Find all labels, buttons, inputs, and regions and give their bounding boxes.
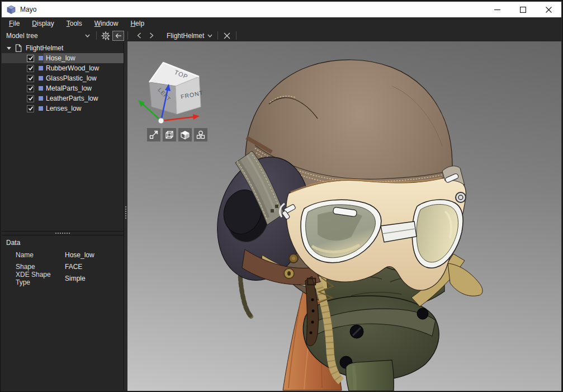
- horizontal-splitter[interactable]: [2, 232, 124, 235]
- wireframe-cube-icon: [164, 130, 174, 140]
- close-window-button[interactable]: [536, 2, 561, 17]
- tree-row-rubberwood-low[interactable]: RubberWood_low: [2, 63, 124, 73]
- hose: [346, 360, 394, 391]
- visibility-checkbox[interactable]: [27, 65, 34, 72]
- tree-row-metalparts-low[interactable]: MetalParts_low: [2, 83, 124, 93]
- visibility-checkbox[interactable]: [27, 75, 34, 82]
- data-row-name: Name Hose_low: [2, 249, 124, 261]
- tree-row-glassplastic-low[interactable]: GlassPlastic_low: [2, 73, 124, 83]
- wireframe-view-button[interactable]: [163, 128, 176, 141]
- collapse-panel-button[interactable]: [112, 31, 124, 41]
- document-icon: [15, 44, 22, 52]
- title-bar: Mayo: [2, 2, 561, 17]
- close-icon: [224, 32, 230, 39]
- origin-dot: [158, 118, 164, 124]
- view-cube-faces[interactable]: TOP LEFT FRONT: [149, 63, 204, 114]
- part-icon: [39, 106, 43, 111]
- menu-help[interactable]: Help: [125, 18, 149, 29]
- tree-options-button[interactable]: [98, 30, 112, 41]
- model-tree: FlightHelmet Hose_low RubberWood_low Gla…: [2, 41, 124, 232]
- window-title: Mayo: [20, 6, 36, 13]
- chevron-down-icon: [85, 34, 90, 37]
- panel-selector-value: Model tree: [6, 32, 82, 40]
- tree-row-hose-low[interactable]: Hose_low: [2, 53, 124, 63]
- visibility-checkbox[interactable]: [27, 95, 34, 102]
- view-cube[interactable]: TOP LEFT FRONT: [138, 58, 227, 128]
- menu-bar: File Display Tools Window Help: [2, 17, 561, 30]
- fit-view-button[interactable]: [147, 128, 160, 141]
- tree-root-row[interactable]: FlightHelmet: [2, 43, 124, 53]
- menu-display[interactable]: Display: [27, 18, 59, 29]
- viewport-buttons: [147, 128, 207, 141]
- mayo-window: Mayo File Display Tools Window Help Mod: [0, 0, 563, 392]
- shaded-view-button[interactable]: [178, 128, 192, 141]
- toolbar-separator: [127, 31, 128, 40]
- data-row-xde-shape-type: XDE Shape Type Simple: [2, 272, 124, 284]
- part-icon: [39, 66, 43, 70]
- tree-row-leatherparts-low[interactable]: LeatherParts_low: [2, 93, 124, 103]
- maximize-button[interactable]: [510, 2, 536, 17]
- main-toolbar: Model tree: [2, 30, 561, 41]
- part-icon: [39, 76, 43, 81]
- fit-view-icon: [149, 130, 159, 140]
- prev-icon: [137, 32, 141, 39]
- chevron-down-icon: [207, 34, 212, 37]
- visibility-checkbox[interactable]: [27, 85, 34, 92]
- toolbar-separator: [217, 31, 218, 40]
- toolbar-separator: [236, 31, 236, 40]
- back-arrow-icon: [115, 33, 122, 39]
- visibility-checkbox[interactable]: [27, 55, 34, 62]
- minimize-button[interactable]: [484, 2, 510, 17]
- close-document-button[interactable]: [220, 30, 234, 41]
- menu-window[interactable]: Window: [89, 18, 124, 29]
- menu-tools[interactable]: Tools: [61, 18, 87, 29]
- app-logo-cube-icon: [7, 5, 16, 14]
- exploded-assembly-icon: [196, 130, 206, 140]
- panel-selector-combo[interactable]: Model tree: [2, 30, 94, 41]
- part-icon: [39, 86, 43, 91]
- 3d-viewport[interactable]: TOP LEFT FRONT: [127, 41, 561, 391]
- part-icon: [39, 56, 43, 60]
- document-selector-value: FlightHelmet: [167, 32, 204, 40]
- document-selector-combo[interactable]: FlightHelmet: [167, 30, 212, 41]
- dropdown-arrow-icon: [107, 39, 110, 40]
- menu-file[interactable]: File: [4, 18, 25, 29]
- tree-row-lenses-low[interactable]: Lenses_low: [2, 103, 124, 114]
- tree-expand-icon[interactable]: [7, 47, 11, 50]
- part-icon: [39, 96, 43, 101]
- data-panel-title: Data: [2, 235, 124, 249]
- exploded-view-button[interactable]: [194, 128, 207, 141]
- data-panel: Data Name Hose_low Shape FACE XDE Shape …: [2, 235, 124, 390]
- next-icon: [149, 32, 154, 39]
- gear-icon: [101, 31, 110, 40]
- tree-root-label: FlightHelmet: [26, 44, 63, 52]
- next-document-button[interactable]: [145, 30, 158, 41]
- model-tree-panel: FlightHelmet Hose_low RubberWood_low Gla…: [2, 41, 124, 390]
- toolbar-separator: [96, 31, 97, 40]
- previous-document-button[interactable]: [133, 30, 145, 41]
- visibility-checkbox[interactable]: [27, 105, 34, 112]
- shaded-cube-icon: [180, 130, 190, 140]
